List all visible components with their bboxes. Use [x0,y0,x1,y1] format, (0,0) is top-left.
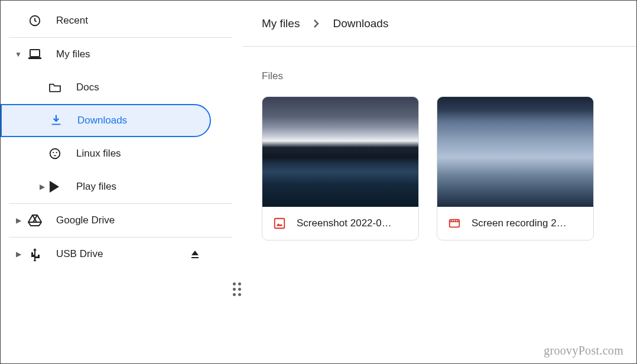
sidebar: Recent ▼ My files Docs Downloads [1,1,243,363]
sidebar-item-linux[interactable]: Linux files [1,137,243,170]
image-file-icon [273,217,286,230]
sidebar-label: Docs [76,82,99,93]
breadcrumb-current: Downloads [333,17,388,30]
sidebar-label: Recent [56,15,88,27]
sidebar-label: USB Drive [56,248,103,260]
section-title: Files [262,70,636,82]
svg-point-3 [50,149,60,159]
sidebar-label: Linux files [76,148,121,160]
svg-rect-2 [28,57,41,59]
eject-icon[interactable] [190,249,200,259]
breadcrumb: My files Downloads [243,1,636,47]
svg-rect-6 [275,219,285,229]
sidebar-label: Downloads [77,115,127,126]
linux-icon [48,147,62,161]
main-panel: My files Downloads Files Screenshot 2022… [243,1,636,363]
download-icon [49,113,63,128]
file-thumbnail [262,97,418,207]
sidebar-label: Play files [76,181,116,193]
chevron-right-icon: ▶ [36,183,48,191]
video-file-icon [448,217,461,230]
sidebar-item-recent[interactable]: Recent [1,4,243,37]
svg-rect-1 [30,50,40,57]
svg-point-5 [56,152,57,153]
sidebar-item-gdrive[interactable]: ▶ Google Drive [1,204,243,237]
sidebar-label: Google Drive [56,214,115,226]
chevron-right-icon: ▶ [12,250,24,258]
usb-icon [28,247,42,261]
file-card[interactable]: Screenshot 2022-0… [262,96,419,240]
sidebar-item-usb[interactable]: ▶ USB Drive [1,238,243,271]
laptop-icon [28,47,42,61]
play-store-icon [48,180,62,194]
resize-handle-icon[interactable] [230,282,244,296]
watermark: groovyPost.com [544,344,623,358]
files-grid: Screenshot 2022-0… Screen recording 2… [262,96,636,240]
file-thumbnail [437,97,593,207]
folder-icon [48,80,62,95]
file-card[interactable]: Screen recording 2… [437,96,594,240]
chevron-down-icon: ▼ [12,50,24,58]
chevron-right-icon: ▶ [12,216,24,225]
sidebar-item-downloads[interactable]: Downloads [1,104,211,137]
breadcrumb-root[interactable]: My files [262,17,300,30]
google-drive-icon [28,213,42,228]
sidebar-item-playfiles[interactable]: ▶ Play files [1,170,243,203]
sidebar-item-myfiles[interactable]: ▼ My files [1,38,243,71]
file-name: Screenshot 2022-0… [297,217,392,229]
svg-point-4 [53,152,54,153]
file-name: Screen recording 2… [472,217,567,229]
sidebar-item-docs[interactable]: Docs [1,71,243,104]
clock-icon [28,14,42,28]
chevron-right-icon [313,19,320,28]
sidebar-label: My files [56,48,90,60]
